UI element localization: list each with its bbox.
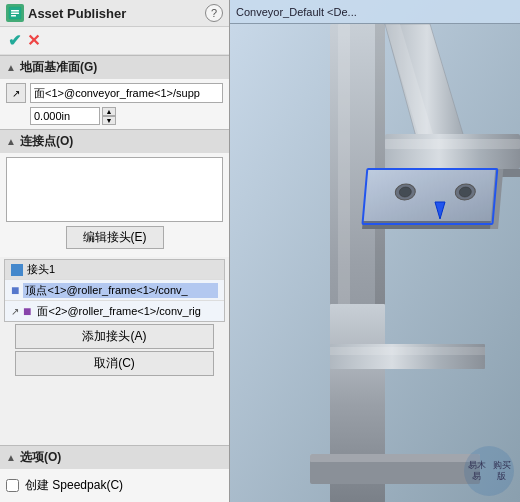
- connector-items-area: 接头1 ■ 顶点<1>@roller_frame<1>/conv_ ↗ ■ 面<…: [0, 257, 229, 380]
- chevron-up-icon-2: ▲: [6, 136, 16, 147]
- cancel-icon-btn[interactable]: ✕: [27, 31, 40, 50]
- svg-rect-11: [385, 139, 520, 149]
- cad-view: Conveyor_Default <De...: [230, 0, 520, 502]
- svg-rect-2: [11, 13, 19, 15]
- connector-item-1: 接头1 ■ 顶点<1>@roller_frame<1>/conv_ ↗ ■ 面<…: [4, 259, 225, 322]
- add-connector-button[interactable]: 添加接头(A): [15, 324, 214, 349]
- svg-rect-16: [363, 169, 498, 224]
- ground-plane-header-left: ▲ 地面基准面(G): [6, 59, 97, 76]
- connection-label: 连接点(O): [20, 133, 73, 150]
- offset-value-field[interactable]: 0.000in: [30, 107, 100, 125]
- chevron-up-icon: ▲: [6, 62, 16, 73]
- face-arrow-icon: ↗: [11, 306, 19, 317]
- toolbar-row: ✔ ✕: [0, 27, 229, 55]
- connection-header[interactable]: ▲ 连接点(O): [0, 130, 229, 153]
- spin-down-button[interactable]: ▼: [102, 116, 116, 125]
- connection-header-left: ▲ 连接点(O): [6, 133, 73, 150]
- ground-plane-header[interactable]: ▲ 地面基准面(G): [0, 56, 229, 79]
- vertex-text: 顶点<1>@roller_frame<1>/conv_: [23, 283, 218, 298]
- options-header[interactable]: ▲ 选项(O): [0, 446, 229, 469]
- svg-rect-3: [11, 15, 16, 17]
- options-content: 创建 Speedpak(C): [0, 469, 229, 502]
- connector-item-1-header[interactable]: 接头1: [5, 260, 224, 279]
- svg-rect-1: [11, 10, 19, 12]
- connector-item-1-label: 接头1: [27, 262, 55, 277]
- speedpak-label: 创建 Speedpak(C): [25, 477, 123, 494]
- connector-subitem-1[interactable]: ■ 顶点<1>@roller_frame<1>/conv_: [5, 279, 224, 300]
- help-button[interactable]: ?: [205, 4, 223, 22]
- spin-up-button[interactable]: ▲: [102, 107, 116, 116]
- edit-connector-button[interactable]: 编辑接头(E): [66, 226, 164, 249]
- panel-title: Asset Publisher: [28, 6, 126, 21]
- panel-header: Asset Publisher ?: [0, 0, 229, 27]
- cad-top-bar: Conveyor_Default <De...: [230, 0, 520, 24]
- options-label: 选项(O): [20, 449, 61, 466]
- vertex-icon: ■: [11, 282, 19, 298]
- ground-plane-label: 地面基准面(G): [20, 59, 97, 76]
- right-panel: Conveyor_Default <De...: [230, 0, 520, 502]
- face-color-icon: ■: [23, 303, 31, 319]
- asset-publisher-icon: [6, 4, 24, 22]
- confirm-button[interactable]: ✔: [8, 31, 21, 50]
- chevron-up-icon-3: ▲: [6, 452, 16, 463]
- left-panel: Asset Publisher ? ✔ ✕ ▲ 地面基准面(G) ↗ 面<1>@…: [0, 0, 230, 502]
- cancel-connector-button[interactable]: 取消(C): [15, 351, 214, 376]
- watermark-line1: 易木易: [464, 460, 489, 482]
- connection-section: ▲ 连接点(O) 编辑接头(E): [0, 129, 229, 257]
- ground-plane-field[interactable]: 面<1>@conveyor_frame<1>/supp: [30, 83, 223, 103]
- ground-plane-content: ↗ 面<1>@conveyor_frame<1>/supp 0.000in ▲ …: [0, 79, 229, 129]
- ground-arrow-button[interactable]: ↗: [6, 83, 26, 103]
- ground-plane-row: ↗ 面<1>@conveyor_frame<1>/supp: [6, 83, 223, 103]
- options-header-left: ▲ 选项(O): [6, 449, 61, 466]
- connector-color-badge: [11, 264, 23, 276]
- ground-value-row: 0.000in ▲ ▼: [30, 107, 223, 125]
- panel-header-left: Asset Publisher: [6, 4, 126, 22]
- connection-list[interactable]: [6, 157, 223, 222]
- connection-content: 编辑接头(E): [0, 153, 229, 257]
- speedpak-checkbox[interactable]: [6, 479, 19, 492]
- cad-component-name: Conveyor_Default <De...: [236, 6, 357, 18]
- connector-subitem-2[interactable]: ↗ ■ 面<2>@roller_frame<1>/conv_rig: [5, 300, 224, 321]
- svg-rect-24: [330, 347, 485, 355]
- options-section: ▲ 选项(O) 创建 Speedpak(C): [0, 445, 229, 502]
- svg-rect-26: [310, 454, 480, 462]
- arrow-icon: ↗: [12, 88, 20, 99]
- offset-spinner: ▲ ▼: [102, 107, 116, 125]
- face-text: 面<2>@roller_frame<1>/conv_rig: [37, 304, 200, 319]
- watermark: 易木易 购买版: [464, 446, 514, 496]
- cad-3d-svg: [230, 24, 520, 502]
- ground-plane-section: ▲ 地面基准面(G) ↗ 面<1>@conveyor_frame<1>/supp…: [0, 55, 229, 129]
- watermark-line2: 购买版: [489, 460, 514, 482]
- speedpak-row: 创建 Speedpak(C): [6, 473, 223, 498]
